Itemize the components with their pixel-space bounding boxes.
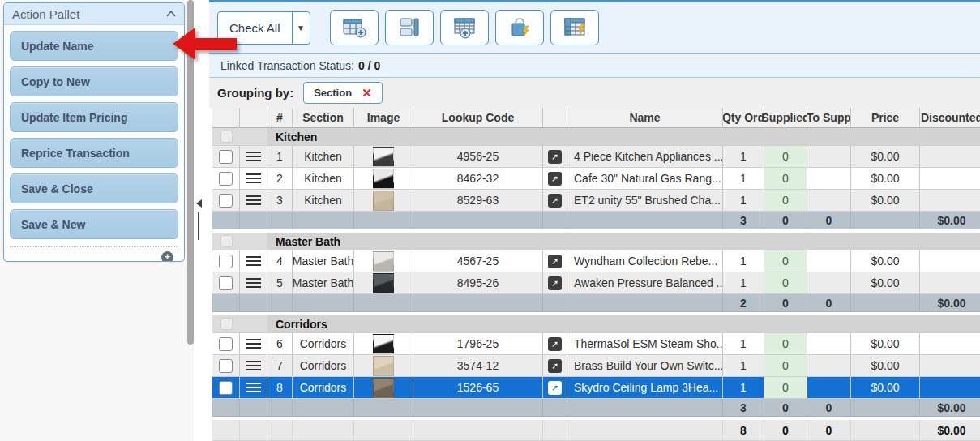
- column-header-tosupp[interactable]: To Supp: [807, 108, 851, 128]
- row-drag-cell: [240, 272, 267, 294]
- open-item-icon[interactable]: ➚: [548, 337, 562, 351]
- reprice-transaction-button[interactable]: Reprice Transaction: [10, 138, 178, 168]
- save-close-button[interactable]: Save & Close: [10, 173, 178, 203]
- row-supplied: 0: [764, 146, 807, 168]
- subtotal-qty: 3: [723, 399, 764, 417]
- row-price: $0.00: [851, 355, 920, 377]
- subtotal-disc: $0.00: [920, 294, 980, 312]
- group-name: Kitchen: [267, 128, 980, 146]
- product-thumbnail: [373, 334, 394, 354]
- row-checkbox[interactable]: [219, 150, 233, 164]
- column-header-qty[interactable]: Qty Ord: [723, 108, 764, 128]
- group-checkbox[interactable]: [220, 131, 233, 143]
- grand-total-image: [354, 420, 413, 441]
- column-header-supplied[interactable]: Supplied: [764, 108, 807, 128]
- open-item-icon[interactable]: ➚: [548, 359, 562, 373]
- open-item-icon[interactable]: ➚: [548, 172, 562, 186]
- check-all-dropdown[interactable]: ▼: [292, 12, 310, 44]
- drag-handle-icon[interactable]: [246, 339, 261, 349]
- row-supplied: 0: [764, 355, 807, 377]
- subtotal-num: [267, 294, 293, 312]
- row-checkbox[interactable]: [219, 359, 233, 373]
- product-thumbnail: [373, 191, 394, 211]
- group-checkbox[interactable]: [220, 235, 233, 247]
- drag-handle-icon[interactable]: [246, 278, 261, 288]
- row-section: Corridors: [293, 333, 354, 355]
- subtotal-image: [354, 399, 413, 417]
- row-checkbox[interactable]: [219, 255, 233, 268]
- add-table-button[interactable]: [440, 10, 489, 45]
- drag-handle-icon[interactable]: [246, 195, 261, 205]
- column-header-lookup[interactable]: Lookup Code: [413, 108, 543, 128]
- subtotal-check: [212, 399, 240, 417]
- save-new-button[interactable]: Save & New: [10, 209, 178, 239]
- table-row[interactable]: 8Corridors1526-65➚Skydro Ceiling Lamp 3H…: [212, 377, 980, 399]
- drag-handle-icon[interactable]: [246, 256, 261, 266]
- status-label: Linked Transaction Status:: [220, 59, 354, 72]
- table-row[interactable]: 4Master Bath4567-25➚Wyndham Collection R…: [212, 250, 980, 272]
- row-name: Awaken Pressure Balanced ...: [567, 272, 723, 294]
- table-row[interactable]: 2Kitchen8462-32➚Cafe 30" Natural Gas Ran…: [212, 168, 980, 190]
- row-price: $0.00: [851, 146, 920, 168]
- row-price: $0.00: [851, 377, 920, 399]
- open-item-icon[interactable]: ➚: [548, 381, 562, 395]
- drag-handle-icon[interactable]: [246, 152, 261, 161]
- drag-handle-icon[interactable]: [246, 383, 261, 392]
- row-to-supply: [807, 168, 851, 190]
- purchase-lightning-button[interactable]: [495, 10, 544, 45]
- splitter-gutter: [194, 0, 209, 441]
- column-header-num[interactable]: #: [267, 108, 293, 128]
- table-lightning-button[interactable]: [550, 10, 599, 45]
- row-discounted: [920, 168, 980, 190]
- row-number: 1: [267, 146, 293, 168]
- row-check-cell: [212, 333, 240, 355]
- copy-to-new-button[interactable]: Copy to New: [10, 66, 178, 96]
- splitter-handle[interactable]: [198, 212, 199, 240]
- drag-handle-icon[interactable]: [246, 361, 261, 370]
- column-header-price[interactable]: Price: [851, 108, 920, 128]
- grand-total-lookup: [413, 420, 543, 441]
- open-item-icon[interactable]: ➚: [548, 276, 562, 290]
- add-grid-button[interactable]: [330, 10, 379, 45]
- row-qty-ordered: 1: [723, 272, 764, 294]
- row-to-supply: [807, 272, 851, 294]
- plus-circle-icon[interactable]: +: [161, 251, 173, 262]
- update-item-pricing-button[interactable]: Update Item Pricing: [10, 102, 178, 132]
- table-row[interactable]: 3Kitchen8529-63➚ET2 unity 55" Brushed Ch…: [212, 190, 980, 212]
- drag-handle-icon[interactable]: [246, 173, 261, 183]
- open-item-icon[interactable]: ➚: [548, 194, 562, 208]
- subtotal-lookup: [413, 294, 543, 312]
- left-triangle-icon[interactable]: [196, 199, 202, 208]
- row-lookup-code: 8495-26: [413, 272, 543, 294]
- row-checkbox[interactable]: [219, 337, 233, 351]
- group-header-row: Master Bath: [212, 233, 980, 250]
- subtotal-tosupp: 0: [807, 212, 851, 229]
- table-row[interactable]: 7Corridors3574-12➚Brass Build Your Own S…: [212, 355, 980, 377]
- column-header-name[interactable]: Name: [567, 108, 723, 128]
- column-header-image[interactable]: Image: [354, 108, 413, 128]
- row-lookup-code: 8529-63: [413, 190, 543, 212]
- table-row[interactable]: 1Kitchen4956-25➚4 Piece Kitchen Applianc…: [212, 146, 980, 168]
- row-checkbox[interactable]: [219, 381, 233, 395]
- grand-total-popup: [543, 420, 567, 441]
- row-checkbox[interactable]: [219, 194, 233, 208]
- column-header-popup: [543, 108, 567, 128]
- column-header-section[interactable]: Section: [293, 108, 354, 128]
- open-item-icon[interactable]: ➚: [548, 255, 562, 268]
- column-header-discounted[interactable]: Discounted: [920, 108, 980, 128]
- row-checkbox[interactable]: [219, 172, 233, 186]
- group-checkbox[interactable]: [220, 318, 233, 330]
- row-to-supply: [807, 333, 851, 355]
- table-row[interactable]: 5Master Bath8495-26➚Awaken Pressure Bala…: [212, 272, 980, 294]
- chevron-up-icon[interactable]: [166, 11, 176, 17]
- grand-total-tosupp: 0: [807, 420, 851, 441]
- update-name-button[interactable]: Update Name: [10, 31, 178, 61]
- panel-footer: +: [10, 246, 178, 262]
- split-view-button[interactable]: [385, 10, 434, 45]
- open-item-icon[interactable]: ➚: [548, 150, 562, 164]
- chip-remove-icon[interactable]: ✕: [362, 87, 372, 99]
- action-pallet-header[interactable]: Action Pallet: [4, 3, 184, 25]
- row-price: $0.00: [851, 272, 920, 294]
- row-checkbox[interactable]: [219, 276, 233, 290]
- table-row[interactable]: 6Corridors1796-25➚ThermaSol ESM Steam Sh…: [212, 333, 980, 355]
